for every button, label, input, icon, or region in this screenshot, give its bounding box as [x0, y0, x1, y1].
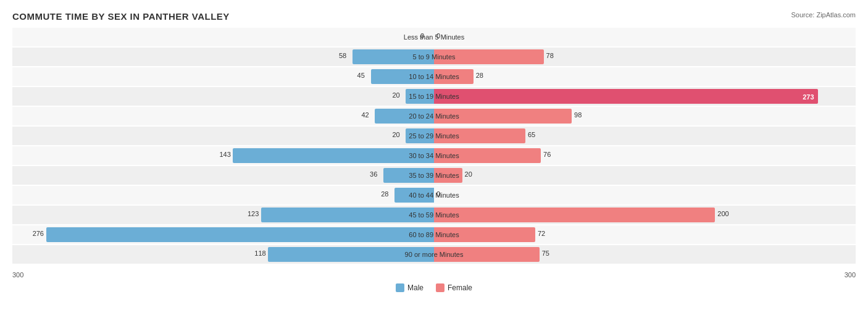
- female-bar: [434, 227, 535, 242]
- female-bar: [434, 247, 540, 262]
- male-bar: [46, 227, 434, 242]
- legend: Male Female: [12, 283, 856, 292]
- chart-row: 10 to 14 Minutes4528: [12, 67, 856, 86]
- chart-row: 45 to 59 Minutes123200: [12, 206, 856, 224]
- female-value: 20: [465, 170, 472, 178]
- legend-female-box: [436, 283, 444, 292]
- chart-row: 5 to 9 Minutes5878: [12, 48, 856, 66]
- female-bar: [434, 128, 525, 143]
- female-value: 72: [538, 230, 545, 237]
- female-bar: [434, 69, 474, 84]
- axis-right: 300: [845, 271, 856, 279]
- male-value: 143: [219, 151, 230, 158]
- chart-title: COMMUTE TIME BY SEX IN PANTHER VALLEY: [12, 11, 856, 22]
- female-bar: 273: [434, 89, 818, 104]
- chart-row: 27315 to 19 Minutes20: [12, 87, 856, 106]
- female-value-inside: 273: [803, 93, 814, 101]
- female-value: 98: [574, 111, 582, 119]
- legend-male-label: Male: [407, 283, 424, 292]
- chart-row: 40 to 44 Minutes280: [12, 186, 856, 204]
- female-value: 0: [436, 32, 440, 40]
- chart-row: 30 to 34 Minutes14376: [12, 146, 856, 165]
- female-bar: [434, 109, 572, 124]
- male-value: 42: [361, 111, 369, 119]
- male-bar: [394, 188, 434, 203]
- chart-area: Less than 5 Minutes005 to 9 Minutes58781…: [12, 28, 856, 269]
- female-value: 75: [542, 250, 549, 257]
- female-value: 200: [717, 210, 728, 217]
- legend-female: Female: [436, 283, 472, 292]
- male-value: 0: [420, 32, 424, 40]
- male-bar: [233, 148, 434, 163]
- male-bar: [353, 49, 434, 64]
- chart-row: 35 to 39 Minutes3620: [12, 166, 856, 185]
- male-value: 20: [392, 131, 399, 138]
- legend-male-box: [396, 283, 404, 292]
- male-bar: [406, 89, 434, 104]
- row-label: Less than 5 Minutes: [404, 28, 464, 46]
- axis-labels: 300 300: [12, 271, 856, 279]
- chart-row: 20 to 24 Minutes4298: [12, 107, 856, 125]
- male-value: 118: [254, 250, 265, 257]
- female-bar: [434, 168, 462, 183]
- male-value: 58: [339, 52, 346, 59]
- male-value: 36: [370, 170, 377, 178]
- male-bar: [406, 128, 434, 143]
- female-value: 65: [528, 131, 535, 138]
- male-bar: [383, 168, 434, 183]
- chart-row: Less than 5 Minutes00: [12, 28, 856, 46]
- female-bar: [434, 49, 544, 64]
- male-value: 276: [33, 230, 44, 237]
- female-value: 0: [436, 190, 440, 198]
- female-value: 76: [543, 151, 551, 158]
- legend-male: Male: [396, 283, 424, 292]
- source-label: Source: ZipAtlas.com: [791, 11, 856, 19]
- chart-row: 60 to 89 Minutes27672: [12, 225, 856, 244]
- female-bar: [434, 148, 541, 163]
- legend-female-label: Female: [448, 283, 472, 292]
- male-value: 20: [392, 91, 399, 99]
- male-value: 45: [357, 72, 365, 79]
- male-value: 123: [248, 210, 259, 217]
- male-bar: [268, 247, 434, 262]
- chart-container: COMMUTE TIME BY SEX IN PANTHER VALLEY So…: [0, 0, 868, 323]
- male-bar: [371, 69, 434, 84]
- chart-row: 90 or more Minutes11875: [12, 245, 856, 264]
- male-value: 28: [381, 190, 388, 198]
- axis-left: 300: [12, 271, 23, 279]
- female-value: 78: [546, 52, 554, 59]
- female-bar: [434, 208, 715, 222]
- chart-row: 25 to 29 Minutes2065: [12, 127, 856, 145]
- male-bar: [261, 208, 434, 222]
- female-value: 28: [476, 72, 483, 79]
- male-bar: [375, 109, 434, 124]
